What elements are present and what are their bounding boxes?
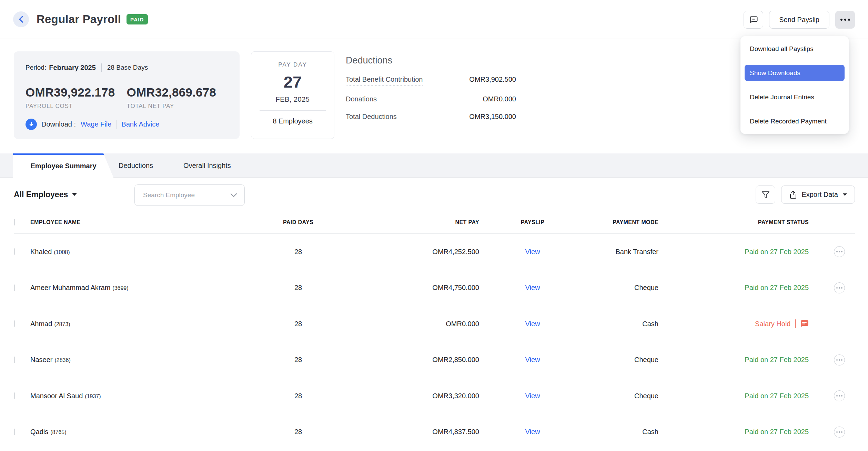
employee-name[interactable]: Naseer bbox=[30, 356, 52, 363]
comments-button[interactable] bbox=[744, 11, 763, 29]
payment-mode-value: Bank Transfer bbox=[586, 248, 658, 256]
download-icon bbox=[26, 119, 37, 130]
payment-status-paid: Paid on 27 Feb 2025 bbox=[745, 392, 809, 400]
employee-count: 8 Employees bbox=[251, 117, 334, 125]
paid-days-value: 28 bbox=[255, 392, 341, 400]
paid-days-value: 28 bbox=[255, 284, 341, 292]
row-checkbox[interactable] bbox=[14, 357, 14, 363]
more-actions-button[interactable] bbox=[835, 11, 855, 29]
payment-status-paid: Paid on 27 Feb 2025 bbox=[745, 284, 809, 291]
payment-mode-value: Cheque bbox=[586, 284, 658, 292]
row-checkbox[interactable] bbox=[14, 429, 14, 435]
menu-item-delete-recorded-payment[interactable]: Delete Recorded Payment bbox=[745, 113, 845, 129]
payment-mode-value: Cash bbox=[586, 428, 658, 436]
row-checkbox[interactable] bbox=[14, 248, 14, 255]
row-more-actions-button[interactable] bbox=[834, 390, 845, 401]
menu-separator bbox=[745, 61, 844, 61]
paid-days-value: 28 bbox=[255, 320, 341, 328]
total-net-pay-label: TOTAL NET PAY bbox=[127, 103, 228, 110]
employee-name[interactable]: Mansoor Al Saud bbox=[30, 392, 83, 400]
employee-id: (2836) bbox=[54, 357, 70, 363]
table-row: Mansoor Al Saud(1937) 28 OMR3,320.000 Vi… bbox=[14, 378, 855, 414]
view-payslip-link[interactable]: View bbox=[525, 392, 540, 400]
bank-advice-link[interactable]: Bank Advice bbox=[121, 120, 159, 128]
page-title: Regular Payroll bbox=[37, 13, 121, 26]
employee-id: (1008) bbox=[54, 249, 70, 255]
wage-file-link[interactable]: Wage File bbox=[81, 120, 111, 128]
send-payslip-button[interactable]: Send Payslip bbox=[769, 11, 829, 29]
export-icon bbox=[789, 190, 797, 199]
table-header-row: EMPLOYEE NAME PAID DAYS NET PAY PAYSLIP … bbox=[14, 211, 855, 234]
deduction-label-total-benefit-contribution[interactable]: Total Benefit Contribution bbox=[346, 76, 423, 86]
col-payment-mode: PAYMENT MODE bbox=[586, 219, 658, 226]
view-payslip-link[interactable]: View bbox=[525, 428, 540, 435]
deductions-summary: Deductions Total Benefit Contribution OM… bbox=[346, 55, 516, 121]
divider bbox=[795, 319, 796, 328]
divider bbox=[117, 120, 117, 129]
net-pay-value: OMR4,252.500 bbox=[341, 248, 479, 256]
tab-deductions[interactable]: Deductions bbox=[119, 153, 153, 178]
salary-hold-text: Salary Hold bbox=[755, 320, 790, 328]
view-payslip-link[interactable]: View bbox=[525, 320, 540, 328]
row-more-actions-button[interactable] bbox=[834, 282, 845, 293]
menu-item-download-all-payslips[interactable]: Download all Payslips bbox=[745, 41, 845, 57]
employee-id: (8765) bbox=[50, 429, 66, 435]
hold-comment-icon[interactable] bbox=[800, 320, 809, 328]
pay-day-label: PAY DAY bbox=[251, 61, 334, 68]
row-checkbox[interactable] bbox=[14, 392, 14, 399]
net-pay-value: OMR0.000 bbox=[341, 320, 479, 328]
view-payslip-link[interactable]: View bbox=[525, 356, 540, 363]
deduction-label-total-deductions: Total Deductions bbox=[346, 113, 397, 121]
employee-name[interactable]: Qadis bbox=[30, 428, 48, 435]
col-net-pay: NET PAY bbox=[341, 219, 479, 226]
search-employee-input[interactable] bbox=[143, 191, 230, 199]
comment-icon bbox=[749, 15, 758, 24]
col-paid-days: PAID DAYS bbox=[255, 219, 341, 226]
tab-overall-insights[interactable]: Overall Insights bbox=[183, 153, 231, 178]
employee-name[interactable]: Khaled bbox=[30, 248, 52, 255]
header-bar: Regular Payroll PAID Send Payslip bbox=[0, 0, 868, 39]
summary-amounts: OMR39,922.178 PAYROLL COST OMR32,869.678… bbox=[26, 86, 228, 110]
table-row: Khaled(1008) 28 OMR4,252.500 View Bank T… bbox=[14, 234, 855, 270]
col-payment-status: PAYMENT STATUS bbox=[658, 219, 824, 226]
row-more-actions-button[interactable] bbox=[834, 246, 845, 257]
deduction-value: OMR0.000 bbox=[483, 95, 516, 103]
net-pay-value: OMR4,837.500 bbox=[341, 428, 479, 436]
pay-day-number: 27 bbox=[251, 72, 334, 91]
menu-item-delete-journal-entries[interactable]: Delete Journal Entries bbox=[745, 89, 845, 105]
pay-day-month-year: FEB, 2025 bbox=[251, 96, 334, 103]
row-more-actions-button[interactable] bbox=[834, 354, 845, 365]
employee-search-combobox[interactable] bbox=[134, 184, 245, 206]
employee-summary-table: EMPLOYEE NAME PAID DAYS NET PAY PAYSLIP … bbox=[14, 211, 855, 450]
employee-id: (1937) bbox=[85, 393, 101, 399]
employee-name[interactable]: Ameer Muhammad Akram bbox=[30, 284, 110, 291]
back-button[interactable] bbox=[13, 11, 29, 27]
status-badge: PAID bbox=[127, 14, 148, 24]
row-more-actions-button[interactable] bbox=[834, 427, 845, 438]
view-payslip-link[interactable]: View bbox=[525, 284, 540, 291]
col-employee-name: EMPLOYEE NAME bbox=[30, 219, 255, 226]
payment-status-paid: Paid on 27 Feb 2025 bbox=[745, 428, 809, 435]
row-checkbox[interactable] bbox=[14, 284, 14, 291]
filter-button[interactable] bbox=[756, 186, 775, 204]
divider bbox=[260, 110, 326, 111]
divider bbox=[101, 63, 102, 72]
ellipsis-icon bbox=[840, 19, 850, 21]
tab-employee-summary[interactable]: Employee Summary bbox=[13, 153, 114, 178]
row-checkbox[interactable] bbox=[14, 320, 14, 327]
caret-down-icon bbox=[843, 193, 847, 196]
export-data-button[interactable]: Export Data bbox=[781, 186, 855, 204]
pay-day-card: PAY DAY 27 FEB, 2025 8 Employees bbox=[251, 51, 334, 139]
period-label: Period: bbox=[26, 64, 46, 71]
paid-days-value: 28 bbox=[255, 356, 341, 364]
view-payslip-link[interactable]: View bbox=[525, 248, 540, 255]
menu-item-show-downloads[interactable]: Show Downloads bbox=[745, 65, 845, 81]
payroll-detail-page: Regular Payroll PAID Send Payslip Downlo… bbox=[0, 0, 868, 451]
employee-filter-dropdown[interactable]: All Employees bbox=[14, 178, 77, 211]
select-all-checkbox[interactable] bbox=[14, 219, 14, 226]
period-row: Period: February 2025 28 Base Days bbox=[26, 63, 228, 72]
table-body: Khaled(1008) 28 OMR4,252.500 View Bank T… bbox=[14, 234, 855, 450]
net-pay-value: OMR3,320.000 bbox=[341, 392, 479, 400]
menu-separator bbox=[745, 109, 844, 109]
employee-name[interactable]: Ahmad bbox=[30, 320, 52, 328]
